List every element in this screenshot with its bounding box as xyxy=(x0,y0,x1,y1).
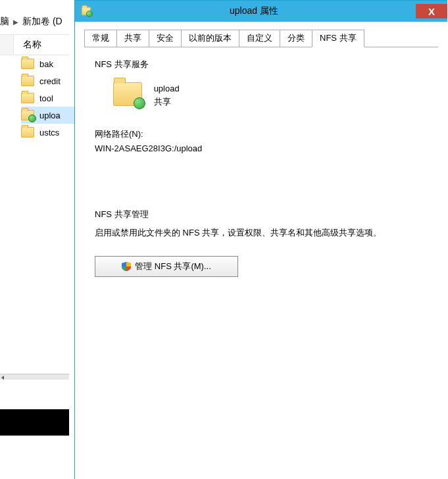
taskbar-fragment xyxy=(0,409,69,436)
tab-content-nfs: NFS 共享服务 upload 共享 网络路径(N): WIN-2ASAEG28… xyxy=(84,47,438,277)
breadcrumb-seg-computer[interactable]: 脑 xyxy=(0,16,9,28)
list-item-label: tool xyxy=(39,93,53,103)
chevron-right-icon: ▶ xyxy=(13,18,18,26)
list-item[interactable]: ustcs xyxy=(21,124,74,141)
column-header-name-label: 名称 xyxy=(23,39,41,51)
tab-label: 自定义 xyxy=(247,33,272,43)
folder-icon xyxy=(21,59,34,69)
tab-general[interactable]: 常规 xyxy=(84,30,117,47)
tab-label: 以前的版本 xyxy=(189,33,232,43)
list-item-label: credit xyxy=(39,76,61,86)
group-label-nfs-manage: NFS 共享管理 xyxy=(95,209,438,220)
tab-classification[interactable]: 分类 xyxy=(280,30,312,47)
titlebar[interactable]: upload 属性 X xyxy=(75,1,447,22)
share-status: 共享 xyxy=(154,95,180,109)
tab-label: NFS 共享 xyxy=(320,33,357,43)
folder-share-icon xyxy=(113,82,142,106)
folder-icon xyxy=(21,93,34,103)
folder-icon xyxy=(21,127,34,138)
tab-sharing[interactable]: 共享 xyxy=(116,30,149,47)
list-item[interactable]: tool xyxy=(21,89,74,107)
horizontal-scrollbar[interactable] xyxy=(0,374,69,380)
network-path-label: 网络路径(N): xyxy=(95,127,438,141)
tab-strip: 常规 共享 安全 以前的版本 自定义 分类 NFS 共享 xyxy=(84,31,438,47)
close-icon: X xyxy=(428,6,435,17)
list-item[interactable]: bak xyxy=(21,55,74,72)
list-item-label: ustcs xyxy=(39,128,59,138)
folder-icon xyxy=(21,76,34,86)
list-item-label: uploa xyxy=(39,111,61,120)
list-item[interactable]: credit xyxy=(21,72,74,89)
tab-label: 安全 xyxy=(157,33,174,43)
group-label-nfs-service: NFS 共享服务 xyxy=(95,59,438,70)
tab-label: 分类 xyxy=(287,33,305,43)
breadcrumb-seg-volume[interactable]: 新加卷 (D xyxy=(22,16,62,28)
nfs-manage-description: 启用或禁用此文件夹的 NFS 共享，设置权限、共享名和其他高级共享选项。 xyxy=(95,226,428,240)
manage-nfs-sharing-button[interactable]: 管理 NFS 共享(M)... xyxy=(95,256,238,277)
tab-customize[interactable]: 自定义 xyxy=(239,30,280,47)
dialog-title: upload 属性 xyxy=(92,5,416,17)
manage-nfs-sharing-label: 管理 NFS 共享(M)... xyxy=(135,261,211,272)
scroll-left-icon[interactable] xyxy=(1,376,4,380)
tab-nfs-sharing[interactable]: NFS 共享 xyxy=(312,30,364,47)
file-list: bak credit tool uploa ustcs xyxy=(21,55,74,141)
properties-dialog: upload 属性 X 常规 共享 安全 以前的版本 自定义 分类 NFS 共享… xyxy=(74,0,447,479)
list-item-label: bak xyxy=(39,59,53,69)
list-item[interactable]: uploa xyxy=(21,107,74,124)
tab-previous-versions[interactable]: 以前的版本 xyxy=(181,30,239,47)
file-explorer-fragment: 脑 ▶ 新加卷 (D 名称 bak credit tool uploa ustc… xyxy=(0,0,74,479)
folder-share-icon xyxy=(82,7,91,16)
close-button[interactable]: X xyxy=(416,4,447,18)
share-name: upload xyxy=(154,82,180,95)
tree-pane-spacer xyxy=(0,35,14,55)
tab-security[interactable]: 安全 xyxy=(149,30,182,47)
folder-share-icon xyxy=(21,110,34,120)
breadcrumb[interactable]: 脑 ▶ 新加卷 (D xyxy=(0,13,72,30)
tab-label: 共享 xyxy=(124,33,141,43)
column-header-name[interactable]: 名称 xyxy=(0,34,69,55)
tab-label: 常规 xyxy=(92,33,109,43)
network-path-value: WIN-2ASAEG28I3G:/upload xyxy=(95,141,438,156)
uac-shield-icon xyxy=(122,262,131,271)
